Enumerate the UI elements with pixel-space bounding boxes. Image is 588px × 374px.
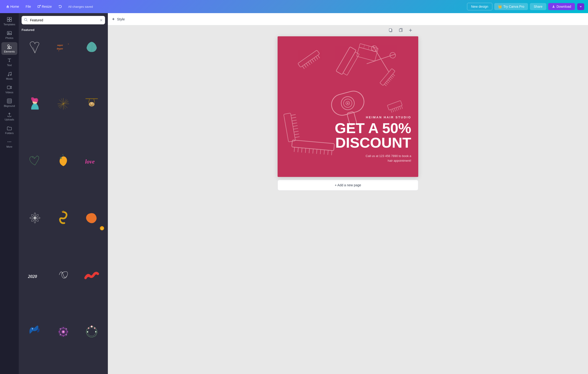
svg-point-54 bbox=[63, 211, 64, 212]
svg-marker-9 bbox=[8, 47, 9, 49]
element-red-squiggle[interactable] bbox=[78, 261, 105, 289]
svg-rect-2 bbox=[10, 17, 11, 19]
design-canvas[interactable]: HEIMAN HAIR STUDIO GET A 50%DISCOUNT Cal… bbox=[278, 36, 418, 177]
svg-text:✦: ✦ bbox=[58, 50, 59, 52]
copy-page-button[interactable] bbox=[397, 27, 405, 34]
svg-point-56 bbox=[32, 328, 33, 329]
svg-point-7 bbox=[8, 45, 9, 47]
search-input[interactable] bbox=[21, 16, 105, 24]
svg-point-51 bbox=[34, 217, 36, 219]
element-green-bird[interactable] bbox=[21, 147, 49, 174]
sidebar-item-text[interactable]: Text bbox=[1, 56, 17, 68]
svg-rect-0 bbox=[38, 6, 40, 8]
save-status: All changes saved bbox=[68, 5, 93, 9]
search-icon bbox=[24, 18, 28, 22]
svg-point-17 bbox=[10, 142, 11, 142]
svg-rect-79 bbox=[399, 29, 402, 32]
studio-name: HEIMAN HAIR STUDIO bbox=[335, 115, 411, 119]
svg-point-73 bbox=[94, 328, 95, 329]
svg-rect-13 bbox=[7, 99, 11, 103]
svg-point-39 bbox=[90, 102, 93, 104]
svg-point-10 bbox=[8, 75, 9, 76]
duplicate-page-button[interactable] bbox=[387, 27, 395, 34]
element-mango[interactable] bbox=[50, 147, 77, 174]
main-area: Templates Photos Elements Text Music Vid… bbox=[0, 13, 588, 374]
element-2020[interactable]: 2020 bbox=[21, 261, 49, 289]
svg-text:duper: duper bbox=[57, 47, 63, 50]
element-sloth[interactable] bbox=[78, 91, 105, 117]
sidebar-item-background[interactable]: Bkground bbox=[1, 96, 17, 109]
svg-line-19 bbox=[26, 21, 27, 21]
sidebar-item-elements[interactable]: Elements bbox=[1, 42, 17, 55]
sidebar-uploads-label: Uploads bbox=[5, 118, 14, 121]
add-element-button[interactable] bbox=[407, 27, 415, 34]
svg-point-45 bbox=[34, 219, 36, 223]
element-super-duper[interactable]: super duper ✦ ✦ bbox=[50, 33, 77, 61]
sidebar-item-photos[interactable]: Photos bbox=[1, 29, 17, 41]
share-button[interactable]: Share bbox=[530, 3, 546, 10]
sidebar-more-label: More bbox=[6, 145, 12, 148]
sidebar-text-label: Text bbox=[7, 64, 12, 67]
svg-point-11 bbox=[10, 74, 11, 75]
element-scribble[interactable] bbox=[50, 261, 77, 289]
download-button[interactable]: Download bbox=[548, 3, 575, 10]
resize-button[interactable]: Resize bbox=[35, 3, 54, 10]
svg-point-75 bbox=[95, 331, 96, 332]
sidebar-folders-label: Folders bbox=[5, 132, 14, 135]
style-icon: ✦ bbox=[112, 17, 115, 22]
element-white-bird[interactable] bbox=[21, 33, 49, 61]
sidebar-item-music[interactable]: Music bbox=[1, 69, 17, 82]
file-button[interactable]: File bbox=[23, 3, 33, 10]
sidebar-item-videos[interactable]: Videos bbox=[1, 83, 17, 96]
contact-info: Call us at 123 456 7890 to book ahair ap… bbox=[335, 154, 411, 163]
undo-button[interactable] bbox=[56, 3, 64, 10]
sidebar-music-label: Music bbox=[6, 77, 13, 80]
try-pro-button[interactable]: 👑 Try Canva Pro bbox=[494, 3, 528, 10]
element-fish[interactable] bbox=[21, 319, 49, 345]
sidebar-item-uploads[interactable]: Uploads bbox=[1, 110, 17, 123]
pro-badge: 👑 bbox=[100, 226, 104, 230]
svg-line-34 bbox=[89, 99, 90, 103]
svg-point-76 bbox=[87, 331, 88, 332]
svg-point-16 bbox=[9, 142, 10, 142]
svg-point-18 bbox=[24, 18, 27, 21]
element-mandala[interactable] bbox=[50, 319, 77, 345]
discount-headline: GET A 50%DISCOUNT bbox=[335, 121, 411, 150]
element-pink-woman[interactable] bbox=[21, 91, 49, 117]
element-blob[interactable]: 👑 bbox=[78, 204, 105, 231]
sidebar-elements-label: Elements bbox=[4, 50, 15, 53]
sidebar-background-label: Bkground bbox=[4, 104, 15, 107]
element-love[interactable]: love bbox=[78, 147, 105, 174]
sidebar-videos-label: Videos bbox=[5, 91, 13, 94]
add-page-button[interactable]: + Add a new page bbox=[278, 180, 418, 190]
element-floral[interactable] bbox=[21, 204, 49, 231]
element-snake[interactable] bbox=[50, 204, 77, 231]
style-label: Style bbox=[117, 17, 125, 21]
svg-text:✦: ✦ bbox=[68, 43, 69, 45]
svg-point-46 bbox=[30, 217, 34, 219]
panel-section-title: Featured bbox=[19, 27, 108, 33]
crown-icon: 👑 bbox=[498, 5, 502, 9]
download-caret-button[interactable] bbox=[577, 3, 584, 10]
sidebar-item-folders[interactable]: Folders bbox=[1, 124, 17, 136]
home-button[interactable]: Home bbox=[4, 3, 21, 10]
svg-rect-1 bbox=[7, 17, 9, 19]
svg-rect-3 bbox=[7, 20, 9, 21]
element-wreath[interactable] bbox=[78, 319, 105, 345]
elements-panel: ✕ Featured super duper ✦ ✦ bbox=[19, 13, 108, 374]
element-starburst[interactable] bbox=[50, 91, 77, 117]
svg-point-71 bbox=[87, 328, 96, 336]
sidebar-templates-label: Templates bbox=[3, 23, 15, 26]
file-label: File bbox=[26, 5, 31, 9]
element-teal-leaf[interactable] bbox=[78, 33, 105, 61]
canvas-scroll[interactable]: HEIMAN HAIR STUDIO GET A 50%DISCOUNT Cal… bbox=[108, 25, 588, 374]
svg-point-6 bbox=[8, 32, 9, 33]
new-design-button[interactable]: New design bbox=[467, 3, 492, 10]
canvas-text-area: HEIMAN HAIR STUDIO GET A 50%DISCOUNT Cal… bbox=[335, 115, 411, 163]
sidebar-item-templates[interactable]: Templates bbox=[1, 15, 17, 28]
svg-text:super: super bbox=[57, 44, 63, 46]
search-clear-button[interactable]: ✕ bbox=[100, 18, 103, 22]
svg-point-15 bbox=[8, 142, 9, 142]
sidebar-photos-label: Photos bbox=[5, 37, 13, 39]
sidebar-item-more[interactable]: More bbox=[1, 137, 17, 150]
